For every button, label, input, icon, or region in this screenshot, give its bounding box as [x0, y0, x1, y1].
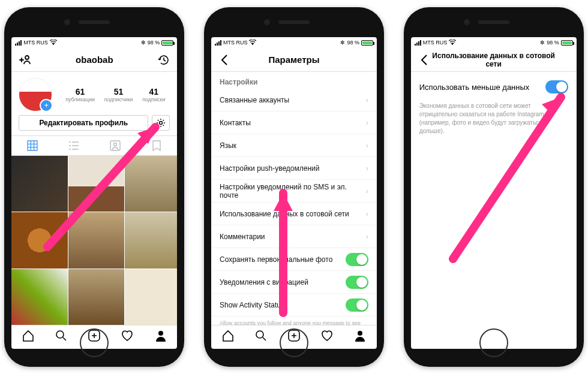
wifi-icon	[50, 40, 57, 46]
less-data-label: Использовать меньше данных	[419, 83, 530, 92]
photo-cell[interactable]	[125, 269, 177, 325]
carrier-label: MTS RUS	[423, 40, 448, 46]
profile-header: obaobab	[11, 48, 177, 72]
chevron-right-icon: ›	[366, 233, 368, 241]
battery-icon	[161, 40, 173, 46]
phone-3: MTS RUS ✻ 98 % Использование данных в со…	[404, 7, 584, 367]
photo-cell[interactable]	[11, 212, 67, 268]
row-vibration[interactable]: Уведомления с вибрацией	[211, 271, 377, 294]
stat-following[interactable]: 41подписки	[142, 87, 165, 102]
back-button[interactable]	[217, 53, 232, 67]
signal-icon	[215, 40, 221, 46]
photo-cell[interactable]	[11, 156, 67, 212]
chevron-left-icon	[221, 55, 228, 65]
photo-cell[interactable]	[68, 156, 124, 212]
add-user-button[interactable]	[17, 53, 32, 67]
phone-1: MTS RUS ✻ 98 % obaobab 61публик	[4, 7, 184, 367]
row-save-original[interactable]: Сохранять первоначальные фото	[211, 248, 377, 271]
row-push[interactable]: Настройки push-уведомлений›	[211, 157, 377, 180]
datausage-header: Использование данных в сотовой сети	[411, 48, 577, 72]
battery-icon	[361, 40, 373, 46]
svg-point-14	[452, 44, 453, 45]
status-bar: MTS RUS ✻ 98 %	[211, 37, 377, 48]
row-linked-accounts[interactable]: Связанные аккаунты›	[211, 89, 377, 111]
nav-home-icon[interactable]	[22, 329, 35, 345]
toggle-on[interactable]	[346, 298, 368, 312]
stat-followers[interactable]: 51подписчики	[104, 87, 133, 102]
history-button[interactable]	[157, 53, 171, 67]
svg-point-9	[252, 44, 253, 45]
back-button[interactable]	[417, 53, 431, 67]
tab-tagged[interactable]	[94, 136, 136, 155]
profile-stats-row: 61публикации 51подписчики 41подписки	[11, 72, 177, 115]
chevron-right-icon: ›	[366, 96, 368, 104]
wifi-icon	[249, 40, 256, 46]
tab-saved[interactable]	[136, 136, 177, 155]
row-contacts[interactable]: Контакты›	[211, 111, 377, 134]
svg-point-0	[53, 44, 54, 45]
svg-point-4	[113, 143, 116, 146]
nav-activity-icon[interactable]	[320, 329, 334, 345]
toggle-less-data[interactable]	[545, 80, 568, 94]
photo-grid	[11, 156, 177, 325]
page-title: Параметры	[232, 55, 356, 65]
row-sms-email[interactable]: Настройки уведомлений по SMS и эл. почте…	[211, 180, 377, 203]
svg-rect-6	[89, 330, 100, 341]
row-cellular-data[interactable]: Использование данных в сотовой сети›	[211, 203, 377, 225]
screen-profile: MTS RUS ✻ 98 % obaobab 61публик	[11, 37, 177, 349]
activity-hint: Allow accounts you follow and anyone you…	[211, 316, 377, 325]
battery-pct: 98 %	[347, 40, 359, 46]
username-title: obaobab	[32, 55, 157, 65]
nav-home-icon[interactable]	[221, 329, 235, 345]
tab-grid[interactable]	[11, 136, 53, 155]
stat-posts[interactable]: 61публикации	[65, 87, 95, 102]
toggle-on[interactable]	[346, 253, 368, 266]
battery-pct: 98 %	[547, 40, 559, 46]
status-bar: MTS RUS ✻ 98 %	[411, 37, 577, 48]
svg-point-5	[56, 331, 64, 338]
battery-icon	[561, 40, 573, 46]
status-bar: MTS RUS ✻ 98 %	[11, 37, 177, 48]
toggle-on[interactable]	[346, 276, 368, 289]
row-language[interactable]: Язык›	[211, 134, 377, 157]
chevron-right-icon: ›	[366, 141, 368, 150]
battery-pct: 98 %	[148, 40, 160, 46]
row-comments[interactable]: Комментарии›	[211, 225, 377, 248]
avatar[interactable]	[19, 78, 52, 111]
nav-search-icon[interactable]	[55, 329, 68, 345]
view-tabs	[11, 135, 177, 156]
nav-profile-icon[interactable]	[353, 329, 367, 345]
bottom-nav	[11, 325, 177, 349]
settings-button[interactable]	[152, 115, 170, 131]
phone-2: MTS RUS ✻ 98 % Параметры Настройки Связа…	[204, 7, 384, 367]
chevron-right-icon: ›	[366, 187, 368, 195]
svg-point-7	[158, 331, 163, 336]
svg-point-10	[256, 331, 263, 338]
row-use-less-data[interactable]: Использовать меньше данных	[411, 72, 577, 102]
photo-cell[interactable]	[11, 269, 67, 325]
svg-point-2	[160, 122, 163, 125]
edit-profile-button[interactable]: Редактировать профиль	[19, 115, 148, 131]
svg-point-12	[358, 331, 362, 336]
nav-add-icon[interactable]	[287, 329, 301, 345]
tab-list[interactable]	[53, 136, 94, 155]
photo-cell[interactable]	[125, 156, 177, 212]
nav-activity-icon[interactable]	[121, 329, 134, 345]
photo-cell[interactable]	[125, 212, 177, 268]
section-settings: Настройки	[211, 72, 377, 89]
row-activity-status[interactable]: Show Activity Status	[211, 294, 377, 316]
photo-cell[interactable]	[68, 212, 124, 268]
wifi-icon	[449, 40, 456, 46]
gear-icon	[156, 118, 166, 128]
nav-add-icon[interactable]	[88, 329, 101, 345]
settings-header: Параметры	[211, 48, 377, 72]
photo-cell[interactable]	[68, 269, 124, 325]
less-data-hint: Экономия данных в сотовой сети может отр…	[411, 102, 577, 135]
nav-search-icon[interactable]	[254, 329, 268, 345]
signal-icon	[15, 40, 22, 46]
svg-rect-11	[289, 330, 299, 341]
nav-profile-icon[interactable]	[154, 329, 167, 345]
carrier-label: MTS RUS	[23, 40, 48, 46]
chevron-right-icon: ›	[366, 119, 368, 127]
chevron-left-icon	[421, 55, 428, 65]
